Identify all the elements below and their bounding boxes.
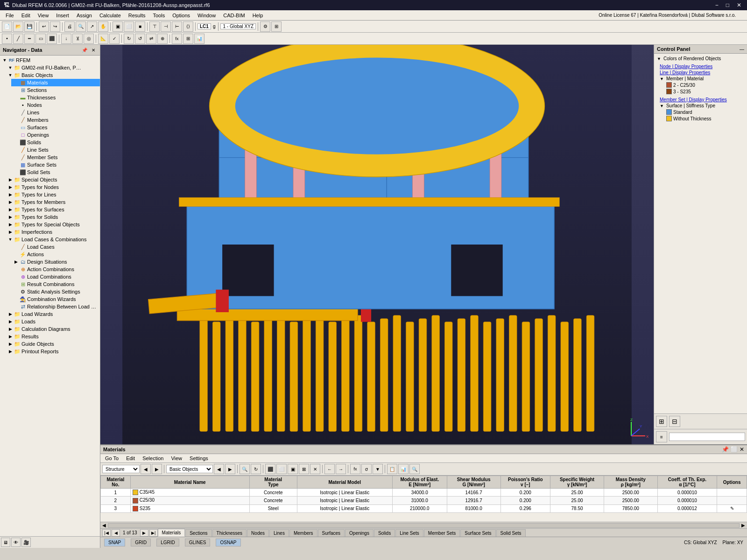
status-glines[interactable]: GLINES (185, 539, 211, 546)
cp-memberset-display[interactable]: Member Set | Display Properties (656, 97, 745, 103)
new-btn[interactable]: 📄 (2, 21, 12, 32)
cp-node-display[interactable]: Node | Display Properties (656, 63, 745, 70)
hinge-btn[interactable]: ◎ (84, 34, 94, 44)
menu-item-tools[interactable]: Tools (149, 12, 169, 19)
title-bar-controls[interactable]: − □ ✕ (713, 2, 743, 8)
nav-project[interactable]: ▼ 📁 GM02-mit FU-Balken, Pfähle-20161208-… (6, 64, 100, 71)
col-poisson[interactable]: Poisson's Ratiov [–] (500, 476, 550, 489)
export-btn[interactable]: 📊 (194, 34, 204, 44)
print-btn[interactable]: 🖨 (64, 21, 75, 32)
nav-calc-diagrams[interactable]: ▶ 📁 Calculation Diagrams (6, 325, 100, 333)
minimize-btn[interactable]: − (713, 2, 720, 8)
fx-btn[interactable]: fx (172, 34, 182, 44)
nav-load-wizards[interactable]: ▶ 📁 Load Wizards (6, 310, 100, 318)
nav-relationship[interactable]: ⇄ Relationship Between Load Cases (11, 303, 100, 310)
close-btn[interactable]: ✕ (735, 2, 743, 8)
tab-solids[interactable]: Solids (374, 529, 395, 537)
nav-guide-objects[interactable]: ▶ 📁 Guide Objects (6, 340, 100, 348)
status-snap[interactable]: SNAP (104, 539, 125, 546)
copy-btn[interactable]: ⊕ (157, 34, 168, 44)
col-options[interactable]: Options (717, 476, 747, 489)
table-tools-btn4[interactable]: ⊠ (299, 464, 309, 474)
tab-lines[interactable]: Lines (269, 529, 289, 537)
nav-lines[interactable]: ╱ Lines (11, 109, 100, 116)
nav-load-cases-comb[interactable]: ▼ 📁 Load Cases & Combinations (6, 236, 100, 243)
nav-load-cases[interactable]: ╱ Load Cases (11, 243, 100, 251)
col-material-model[interactable]: Material Model (297, 476, 392, 489)
status-osnap[interactable]: OSNAP (216, 539, 240, 546)
memberset-display-link[interactable]: Member Set | Display Properties (660, 97, 727, 102)
node-btn[interactable]: • (2, 34, 12, 44)
tab-thicknesses[interactable]: Thicknesses (212, 529, 247, 537)
menu-item-edit[interactable]: Edit (18, 12, 34, 19)
member-material-expand-icon[interactable]: ▼ (660, 77, 664, 81)
undo-btn[interactable]: ↩ (39, 21, 49, 32)
path-dropdown[interactable]: Basic Objects (166, 465, 213, 473)
nav-combination-wizards[interactable]: 🧙 Combination Wizards (11, 295, 100, 303)
nav-btn2[interactable]: 👁 (11, 538, 21, 547)
filter-prev-btn[interactable]: ◀ (141, 464, 151, 474)
status-lgrid[interactable]: LGRID (156, 539, 179, 546)
bottom-menu-settings[interactable]: Settings (188, 455, 210, 462)
nav-types-members[interactable]: ▶ 📁 Types for Members (6, 198, 100, 206)
menu-item-view[interactable]: View (34, 12, 53, 19)
bottom-menu-edit[interactable]: Edit (124, 455, 137, 462)
nav-special-objects[interactable]: ▶ 📁 Special Objects (6, 176, 100, 183)
next-page-btn[interactable]: ▶ (140, 529, 148, 537)
front-view-btn[interactable]: ⊣ (161, 21, 171, 32)
tab-members[interactable]: Members (289, 529, 317, 537)
select-btn[interactable]: ↗ (87, 21, 97, 32)
cp-material-s235[interactable]: 3 - S235 (665, 88, 745, 95)
table-tools-btn2[interactable]: ⬜ (276, 464, 287, 474)
zoom-in-btn[interactable]: 🔍 (76, 21, 86, 32)
nav-types-surfaces[interactable]: ▶ 📁 Types for Surfaces (6, 206, 100, 213)
nav-types-lines[interactable]: ▶ 📁 Types for Lines (6, 191, 100, 198)
table-btn[interactable]: ⊞ (183, 34, 193, 44)
nav-loads[interactable]: ▶ 📁 Loads (6, 318, 100, 325)
tab-line-sets[interactable]: Line Sets (395, 529, 423, 537)
cp-colors-title[interactable]: ▼ Colors of Rendered Objects (656, 56, 745, 62)
table-search2-btn[interactable]: 🔍 (409, 464, 420, 474)
viewport[interactable]: X Z Y (100, 45, 654, 444)
menu-item-file[interactable]: File (2, 12, 18, 19)
top-view-btn[interactable]: ⊤ (149, 21, 160, 32)
prev-page-btn[interactable]: ◀ (112, 529, 120, 537)
grid-btn[interactable]: ⊞ (271, 21, 282, 32)
bottom-menu-goto[interactable]: Go To (103, 455, 120, 462)
nav-sections[interactable]: ⊞ Sections (11, 86, 100, 94)
nav-surfaces[interactable]: ▭ Surfaces (11, 124, 100, 131)
bottom-panel-close[interactable]: ✕ (740, 446, 744, 453)
table-tools-btn1[interactable]: ⬛ (265, 464, 275, 474)
cp-stiffness-standard[interactable]: Standard (665, 109, 745, 115)
table-formula-btn[interactable]: fx (350, 464, 360, 474)
save-btn[interactable]: 💾 (24, 21, 35, 32)
cp-line-display[interactable]: Line | Display Properties (656, 70, 745, 76)
menu-item-cadbim[interactable]: CAD-BIM (219, 12, 248, 19)
nav-basic-objects[interactable]: ▼ 📁 Basic Objects (6, 71, 100, 79)
nav-solids[interactable]: ⬛ Solids (11, 139, 100, 146)
render-btn[interactable]: ▣ (113, 21, 123, 32)
mirror-btn[interactable]: ⇌ (146, 34, 156, 44)
first-page-btn[interactable]: |◀ (102, 529, 111, 537)
nav-member-sets[interactable]: ╱ Member Sets (11, 154, 100, 161)
tab-sections[interactable]: Sections (185, 529, 211, 537)
nav-materials[interactable]: ▦ Materials (11, 79, 100, 86)
cp-surface-stiffness-header[interactable]: ▼ Surface | Stiffness Type (656, 103, 745, 109)
menu-item-results[interactable]: Results (125, 12, 149, 19)
table-tools-btn7[interactable]: → (336, 464, 346, 474)
tab-surfaces[interactable]: Surfaces (318, 529, 345, 537)
tab-solid-sets[interactable]: Solid Sets (496, 529, 526, 537)
wire-btn[interactable]: ⬜ (124, 21, 134, 32)
nav-openings[interactable]: □ Openings (11, 131, 100, 139)
nav-printout-reports[interactable]: ▶ 📁 Printout Reports (6, 348, 100, 355)
col-shear-modulus[interactable]: Shear ModulusG [N/mm²] (447, 476, 500, 489)
nav-rfem-root[interactable]: ▼ RF RFEM (0, 56, 100, 64)
colors-expand-icon[interactable]: ▼ (657, 56, 661, 61)
nav-design-situations[interactable]: ▶ 🗂 Design Situations (11, 258, 100, 266)
nav-load-combinations[interactable]: ⊕ Load Combinations (11, 273, 100, 280)
col-material-no[interactable]: MaterialNo. (101, 476, 131, 489)
nav-types-special[interactable]: ▶ 📁 Types for Special Objects (6, 221, 100, 228)
cp-icon-btn1[interactable]: ⊞ (656, 416, 667, 427)
refresh-btn[interactable]: ↻ (251, 464, 261, 474)
bottom-panel-controls[interactable]: 📌 ⬜ ✕ (722, 446, 744, 453)
